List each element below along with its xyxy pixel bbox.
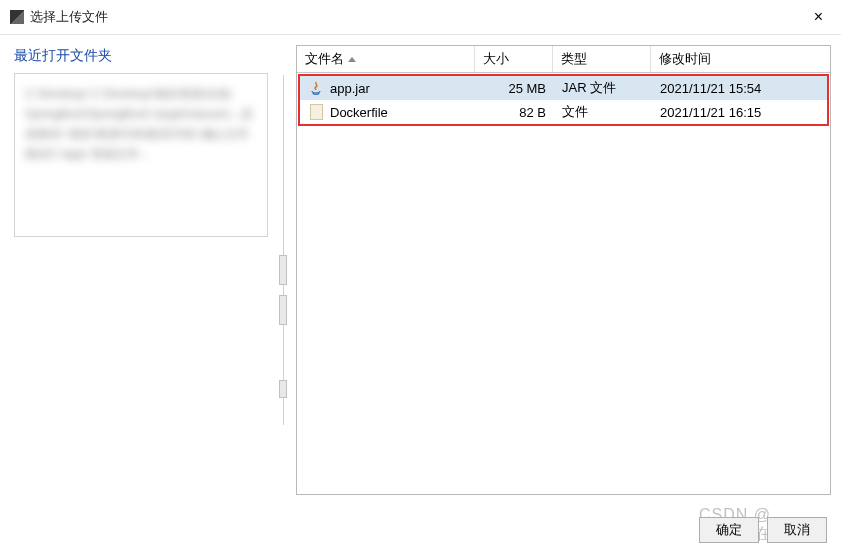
cell-name: app.jar <box>300 78 476 98</box>
drag-handle-icon[interactable] <box>279 295 287 325</box>
cell-modified: 2021/11/21 15:54 <box>652 78 827 98</box>
cancel-button[interactable]: 取消 <box>767 517 827 543</box>
cell-type: 文件 <box>554 102 652 122</box>
column-header-modified[interactable]: 修改时间 <box>651 46 830 72</box>
file-table: 文件名 大小 类型 修改时间 app.jar 25 MB JAR 文件 <box>296 45 831 495</box>
sort-ascending-icon <box>348 57 356 62</box>
recent-folders-label: 最近打开文件夹 <box>14 47 268 65</box>
recent-folders-blurred: C:\Desktop\ C:\Desktop\项目资源\在线\ SpringBo… <box>25 84 257 164</box>
cell-name: Dockerfile <box>300 102 476 122</box>
table-row[interactable]: app.jar 25 MB JAR 文件 2021/11/21 15:54 <box>300 76 827 100</box>
ok-button[interactable]: 确定 <box>699 517 759 543</box>
app-icon <box>10 10 24 24</box>
drag-handle-icon[interactable] <box>279 255 287 285</box>
column-header-size[interactable]: 大小 <box>475 46 553 72</box>
file-name: Dockerfile <box>330 105 388 120</box>
generic-file-icon <box>308 104 324 120</box>
java-file-icon <box>308 80 324 96</box>
cell-type: JAR 文件 <box>554 78 652 98</box>
column-header-name-label: 文件名 <box>305 50 344 68</box>
title-bar: 选择上传文件 × <box>0 0 841 35</box>
recent-folders-list[interactable]: C:\Desktop\ C:\Desktop\项目资源\在线\ SpringBo… <box>14 73 268 237</box>
right-panel: 文件名 大小 类型 修改时间 app.jar 25 MB JAR 文件 <box>290 35 841 500</box>
column-header-name[interactable]: 文件名 <box>297 46 475 72</box>
left-panel: 最近打开文件夹 C:\Desktop\ C:\Desktop\项目资源\在线\ … <box>0 35 280 500</box>
cell-size: 25 MB <box>476 78 554 98</box>
panel-divider[interactable] <box>280 35 290 500</box>
title-left: 选择上传文件 <box>10 8 108 26</box>
table-row[interactable]: Dockerfile 82 B 文件 2021/11/21 16:15 <box>300 100 827 124</box>
file-rows-highlight: app.jar 25 MB JAR 文件 2021/11/21 15:54 Do… <box>298 74 829 126</box>
cell-modified: 2021/11/21 16:15 <box>652 102 827 122</box>
divider-line <box>283 75 290 425</box>
content-area: 最近打开文件夹 C:\Desktop\ C:\Desktop\项目资源\在线\ … <box>0 35 841 500</box>
file-name: app.jar <box>330 81 370 96</box>
footer: CSDN @念伤 懒在 确定 取消 <box>699 517 827 543</box>
table-header: 文件名 大小 类型 修改时间 <box>297 46 830 73</box>
drag-handle-icon[interactable] <box>279 380 287 398</box>
column-header-type[interactable]: 类型 <box>553 46 651 72</box>
cell-size: 82 B <box>476 102 554 122</box>
window-title: 选择上传文件 <box>30 8 108 26</box>
close-icon[interactable]: × <box>806 6 831 28</box>
